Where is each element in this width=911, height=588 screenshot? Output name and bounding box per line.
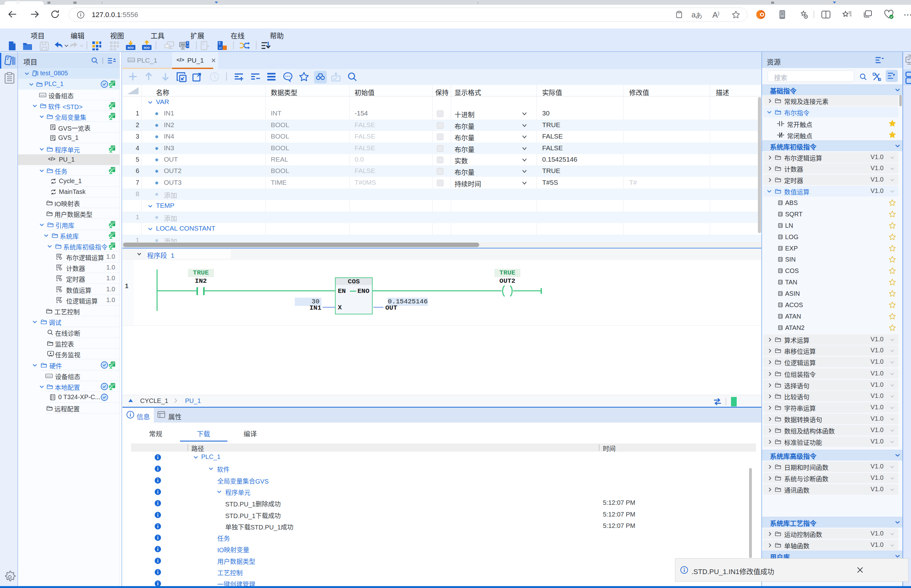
svg-text:IIOO: IIOO xyxy=(129,59,134,61)
svg-text:IIOO: IIOO xyxy=(144,46,150,49)
svg-text:10: 10 xyxy=(219,47,222,49)
svg-text:IIOO: IIOO xyxy=(128,46,134,49)
svg-text:IIOO: IIOO xyxy=(47,375,52,377)
svg-text:IIOO: IIOO xyxy=(40,94,45,97)
svg-text:10: 10 xyxy=(186,45,189,47)
